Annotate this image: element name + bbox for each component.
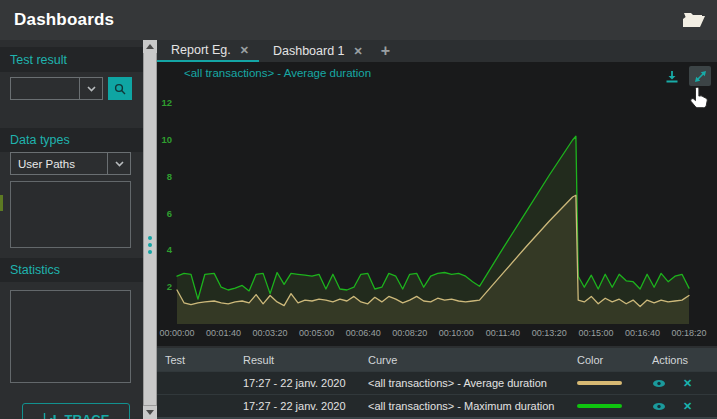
svg-text:00:03:20: 00:03:20 xyxy=(253,328,288,338)
tab-dashboard-1[interactable]: Dashboard 1 ✕ xyxy=(259,40,373,62)
sidebar: Test result Data types User Paths Statis… xyxy=(0,40,143,419)
search-button[interactable] xyxy=(108,77,132,100)
table-header-row: Test Result Curve Color Actions xyxy=(157,348,717,371)
svg-text:00:13:20: 00:13:20 xyxy=(532,328,567,338)
collapsed-panel-edge xyxy=(0,195,3,211)
chart-panel: <all transactions> - Average duration xyxy=(157,62,717,346)
svg-text:00:16:40: 00:16:40 xyxy=(625,328,660,338)
section-statistics: Statistics xyxy=(0,258,143,282)
chevron-down-icon[interactable] xyxy=(79,78,102,99)
dashboards-app: Dashboards Test result Data types User P… xyxy=(0,0,717,419)
section-statistics-label: Statistics xyxy=(10,263,60,277)
bar-chart-icon xyxy=(43,413,58,419)
cell-result: 17:27 - 22 janv. 2020 xyxy=(243,377,368,389)
table-row[interactable]: 17:27 - 22 janv. 2020 <all transactions>… xyxy=(157,371,717,394)
curve-color-swatch xyxy=(577,404,622,408)
table-row[interactable]: 17:27 - 22 janv. 2020 <all transactions>… xyxy=(157,394,717,417)
section-test-result: Test result xyxy=(0,47,143,72)
remove-curve-icon[interactable]: ✕ xyxy=(683,400,692,413)
curve-color-swatch xyxy=(577,381,622,385)
svg-text:6: 6 xyxy=(167,208,172,219)
cell-curve: <all transactions> - Average duration xyxy=(368,377,577,389)
svg-text:00:01:40: 00:01:40 xyxy=(206,328,241,338)
col-test: Test xyxy=(165,354,243,366)
tab-bar: Report Eg. ✕ Dashboard 1 ✕ + xyxy=(157,40,717,62)
panel-splitter-scrollbar[interactable] xyxy=(143,40,157,419)
splitter-grip-icon[interactable] xyxy=(143,236,157,254)
scrollbar-thumb[interactable] xyxy=(144,53,156,405)
section-data-types-label: Data types xyxy=(10,133,70,147)
col-color: Color xyxy=(577,354,652,366)
test-result-combo-value xyxy=(11,78,79,99)
tab-label: Dashboard 1 xyxy=(273,44,345,58)
svg-text:00:18:20: 00:18:20 xyxy=(671,328,706,338)
cell-curve: <all transactions> - Maximum duration xyxy=(368,400,577,412)
main-panel: Report Eg. ✕ Dashboard 1 ✕ + <all transa… xyxy=(157,40,717,419)
open-folder-icon[interactable] xyxy=(681,9,707,31)
data-type-combo-value: User Paths xyxy=(11,153,107,174)
page-title: Dashboards xyxy=(14,10,114,30)
svg-text:00:06:40: 00:06:40 xyxy=(346,328,381,338)
curves-table: Test Result Curve Color Actions 17:27 - … xyxy=(157,348,717,419)
svg-text:00:05:00: 00:05:00 xyxy=(299,328,334,338)
svg-text:10: 10 xyxy=(161,134,172,145)
col-actions: Actions xyxy=(652,354,717,366)
top-header-bar: Dashboards xyxy=(0,0,717,40)
scroll-down-arrow-icon[interactable] xyxy=(143,406,157,419)
col-result: Result xyxy=(243,354,368,366)
col-curve: Curve xyxy=(368,354,577,366)
svg-text:2: 2 xyxy=(167,281,172,292)
data-types-list[interactable] xyxy=(10,181,131,248)
svg-text:00:11:40: 00:11:40 xyxy=(486,328,520,338)
svg-text:12: 12 xyxy=(161,97,172,108)
svg-text:4: 4 xyxy=(167,244,173,255)
chevron-down-icon[interactable] xyxy=(107,153,130,174)
svg-text:00:10:00: 00:10:00 xyxy=(439,328,474,338)
close-icon[interactable]: ✕ xyxy=(354,45,363,58)
section-data-types: Data types xyxy=(0,128,143,152)
tab-report-eg[interactable]: Report Eg. ✕ xyxy=(157,40,259,62)
cell-result: 17:27 - 22 janv. 2020 xyxy=(243,400,368,412)
statistics-list[interactable] xyxy=(10,290,131,383)
remove-curve-icon[interactable]: ✕ xyxy=(683,377,692,390)
svg-text:00:00:00: 00:00:00 xyxy=(159,328,194,338)
eye-icon[interactable] xyxy=(652,402,666,411)
data-type-combobox[interactable]: User Paths xyxy=(10,152,131,175)
test-result-combobox[interactable] xyxy=(10,77,103,100)
svg-text:8: 8 xyxy=(167,171,172,182)
svg-text:00:15:00: 00:15:00 xyxy=(578,328,613,338)
duration-line-chart[interactable]: 2468101200:00:0000:01:4000:03:2000:05:00… xyxy=(157,62,717,346)
eye-icon[interactable] xyxy=(652,379,666,388)
search-icon xyxy=(114,83,126,95)
tab-label: Report Eg. xyxy=(171,43,231,57)
trace-button[interactable]: TRACE xyxy=(22,403,130,419)
scroll-up-arrow-icon[interactable] xyxy=(143,40,157,53)
trace-button-label: TRACE xyxy=(65,412,110,419)
close-icon[interactable]: ✕ xyxy=(240,44,249,57)
add-tab-icon[interactable]: + xyxy=(381,43,390,59)
svg-text:00:08:20: 00:08:20 xyxy=(392,328,427,338)
section-test-result-label: Test result xyxy=(10,53,67,67)
